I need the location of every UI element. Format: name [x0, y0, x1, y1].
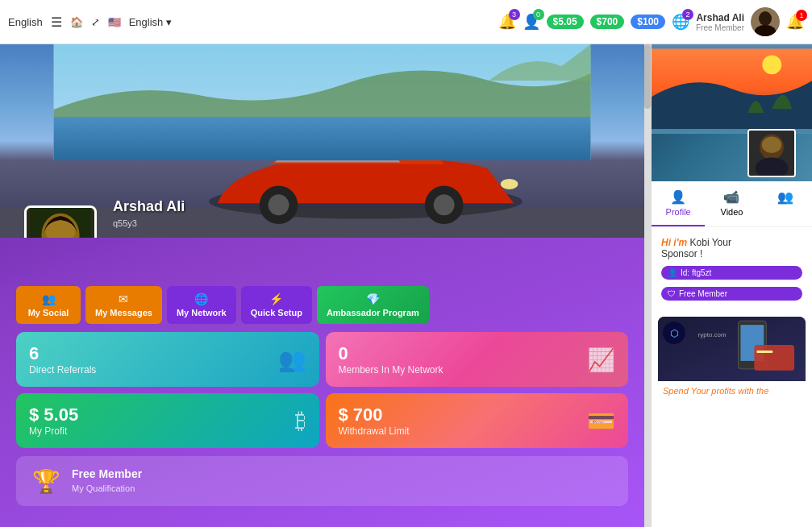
- user-info: Arshad Ali Free Member 🔔 1: [696, 7, 804, 36]
- profile-tab-label: Profile: [666, 207, 691, 217]
- trophy-icon: 🏆: [32, 468, 60, 495]
- ad-image: ⬡ rypto.com: [658, 317, 806, 381]
- social-icon: 👥: [42, 293, 56, 305]
- messages-icon: ✉: [119, 293, 128, 305]
- notifications-bell[interactable]: 🔔 3: [498, 13, 516, 31]
- withdrawal-info: $ 700 Withdrawal Limit: [339, 405, 410, 437]
- sponsor-card: Hi i'm Kobi YourSponsor ! 👤 Id: ftg5zt 🛡…: [652, 227, 812, 310]
- profile-display-name: Arshad Ali: [113, 198, 185, 215]
- referrals-label: Direct Referrals: [29, 364, 96, 376]
- main-layout: Arshad Ali q55y3 👥 My Social ✉ My Messag…: [0, 44, 812, 527]
- profile-avatar: [24, 205, 97, 238]
- profile-tab-icon: 👤: [670, 189, 686, 205]
- profit-info: $ 5.05 My Profit: [29, 405, 78, 437]
- action-buttons: 👥 My Social ✉ My Messages 🌐 My Network ⚡…: [0, 238, 644, 332]
- tab-users[interactable]: 👥: [759, 181, 812, 226]
- network-members-card: 0 Members In My Network 📈: [326, 332, 629, 387]
- svg-point-17: [762, 55, 781, 74]
- qualification-bar: 🏆 Free Member My Qualification: [16, 456, 628, 506]
- right-cover-bg: [652, 44, 812, 134]
- right-cover: [652, 44, 812, 181]
- bonus-pill[interactable]: $100: [631, 15, 665, 29]
- direct-referrals-card: 6 Direct Referrals 👥: [16, 332, 319, 387]
- quick-setup-button[interactable]: ⚡ Quick Setup: [241, 286, 312, 324]
- ad-tagline: Spend Your profits with the: [658, 381, 806, 400]
- scrollbar-thumb[interactable]: [644, 44, 651, 109]
- bitcoin-icon: ₿: [295, 408, 306, 434]
- profit-label: My Profit: [29, 425, 78, 437]
- wallet-icon: 💳: [587, 408, 615, 434]
- user-avatar[interactable]: [751, 7, 780, 36]
- topnav-left: English ☰ 🏠 ⤢ 🇺🇸 English ▾: [8, 15, 172, 30]
- language-selector[interactable]: English ▾: [129, 16, 172, 28]
- flag-icon: 🇺🇸: [108, 16, 121, 28]
- profit-number: $ 5.05: [29, 405, 78, 425]
- network-label: Members In My Network: [339, 364, 443, 376]
- network-icon: 🌐: [194, 293, 208, 305]
- referrals-icon: 👥: [278, 346, 306, 373]
- messages-label: My Messages: [95, 308, 152, 317]
- topnav: English ☰ 🏠 ⤢ 🇺🇸 English ▾ 🔔 3 👤 0 $5.05…: [0, 0, 812, 44]
- ambassador-label: Ambassador Program: [327, 308, 419, 317]
- sponsor-role-badge: 🛡 Free Member: [661, 287, 802, 301]
- my-messages-button[interactable]: ✉ My Messages: [85, 286, 162, 324]
- sponsor-id-badge: 👤 Id: ftg5zt: [661, 266, 802, 280]
- network-label: My Network: [177, 308, 227, 317]
- sponsor-role: Free Member: [679, 289, 727, 298]
- sponsor-avatar: [749, 131, 794, 176]
- withdrawal-card: $ 700 Withdrawal Limit 💳: [326, 393, 629, 448]
- svg-point-9: [501, 179, 518, 189]
- user-circle-icon: 👤: [668, 268, 677, 277]
- friend-count: 0: [533, 9, 544, 20]
- cover-background: [0, 44, 644, 160]
- profit-card: $ 5.05 My Profit ₿: [16, 393, 319, 448]
- right-scenery: [652, 44, 812, 134]
- qualification-title: Free Member: [72, 467, 142, 480]
- ad-visual: ⬡ rypto.com: [658, 317, 806, 381]
- scrollbar-track[interactable]: [644, 44, 651, 527]
- cover-area: Arshad Ali q55y3: [0, 44, 644, 238]
- svg-point-21: [762, 136, 781, 153]
- ambassador-icon: 💎: [366, 293, 380, 305]
- user-name-display: Arshad Ali Free Member: [696, 12, 744, 32]
- hamburger-icon[interactable]: ☰: [51, 15, 62, 30]
- withdrawal-label: Withdrawal Limit: [339, 425, 410, 437]
- stats-grid: 6 Direct Referrals 👥 0 Members In My Net…: [0, 332, 644, 456]
- tab-profile[interactable]: 👤 Profile: [652, 181, 705, 226]
- setup-label: Quick Setup: [251, 308, 302, 317]
- svg-rect-25: [754, 345, 794, 371]
- svg-rect-26: [756, 351, 772, 353]
- svg-text:⬡: ⬡: [670, 328, 679, 339]
- notification-count: 3: [509, 9, 520, 20]
- my-social-button[interactable]: 👥 My Social: [16, 286, 81, 324]
- language-globe[interactable]: 🌐 2: [672, 13, 689, 31]
- social-label: My Social: [28, 308, 69, 317]
- right-mini-avatar: [747, 129, 796, 177]
- profile-name-overlay: Arshad Ali q55y3: [113, 198, 185, 230]
- referrals-info: 6 Direct Referrals: [29, 343, 96, 376]
- expand-icon[interactable]: ⤢: [91, 16, 100, 28]
- svg-text:rypto.com: rypto.com: [698, 331, 727, 338]
- alert-bell[interactable]: 🔔 1: [786, 13, 804, 31]
- friend-requests[interactable]: 👤 0: [523, 13, 540, 31]
- svg-point-8: [434, 194, 455, 215]
- profit-pill[interactable]: $5.05: [547, 15, 584, 29]
- my-network-button[interactable]: 🌐 My Network: [167, 286, 236, 324]
- tab-video[interactable]: 📹 Video: [705, 181, 758, 226]
- qualification-text: Free Member My Qualification: [72, 467, 142, 495]
- users-tab-icon: 👥: [777, 189, 793, 205]
- setup-icon: ⚡: [269, 293, 283, 305]
- left-panel: Arshad Ali q55y3 👥 My Social ✉ My Messag…: [0, 44, 644, 527]
- lang-menu-toggle[interactable]: English: [8, 16, 43, 28]
- ambassador-button[interactable]: 💎 Ambassador Program: [317, 286, 429, 324]
- withdrawal-pill[interactable]: $700: [590, 15, 625, 29]
- home-icon[interactable]: 🏠: [70, 16, 83, 28]
- referrals-number: 6: [29, 343, 96, 364]
- svg-point-1: [759, 11, 772, 26]
- globe-count: 2: [682, 9, 693, 20]
- shield-icon: 🛡: [668, 289, 676, 298]
- network-trend-icon: 📈: [587, 346, 615, 373]
- sponsor-badges: 👤 Id: ftg5zt 🛡 Free Member: [661, 266, 802, 301]
- network-info: 0 Members In My Network: [339, 343, 443, 376]
- video-tab-icon: 📹: [723, 189, 739, 205]
